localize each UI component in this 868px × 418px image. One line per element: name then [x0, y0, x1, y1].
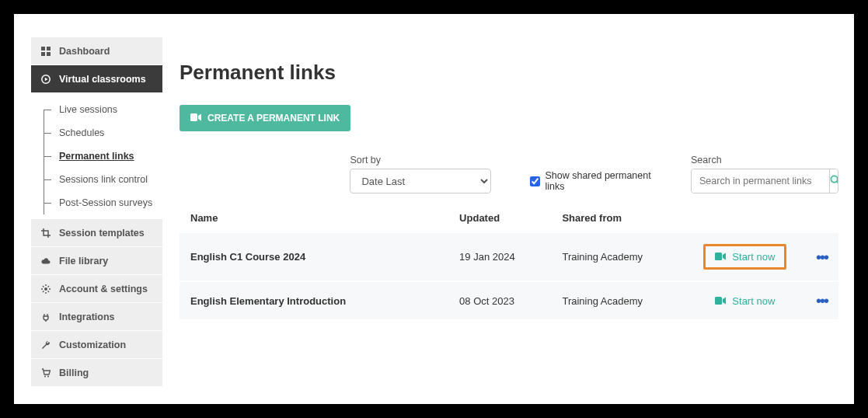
- play-circle-icon: [40, 75, 51, 84]
- wrench-icon: [40, 340, 51, 350]
- svg-line-12: [837, 182, 838, 184]
- video-icon: [715, 295, 726, 307]
- row-menu-button[interactable]: •••: [816, 292, 828, 309]
- sidebar-item-file-library[interactable]: File library: [31, 247, 162, 275]
- sidebar-sub-live-sessions[interactable]: Live sessions: [44, 98, 162, 121]
- sidebar-item-billing[interactable]: Billing: [31, 359, 162, 387]
- sidebar-item-account-settings[interactable]: Account & settings: [31, 275, 162, 303]
- search-button[interactable]: [829, 169, 838, 193]
- col-header-name: Name: [180, 204, 448, 232]
- sidebar-sub-permanent-links[interactable]: Permanent links: [44, 145, 162, 168]
- plug-icon: [40, 312, 51, 322]
- svg-marker-14: [723, 253, 726, 260]
- svg-point-6: [44, 287, 47, 291]
- search-box: [691, 169, 838, 193]
- links-table: Name Updated Shared from English C1 Cour…: [180, 204, 838, 319]
- show-shared-label: Show shared permanent links: [545, 170, 660, 192]
- sidebar-item-label: Virtual classrooms: [59, 74, 146, 85]
- svg-rect-1: [47, 47, 51, 51]
- sidebar-sub-sessions-link-control[interactable]: Sessions link control: [44, 168, 162, 191]
- svg-rect-15: [715, 297, 722, 305]
- show-shared-group: Show shared permanent links: [530, 169, 660, 193]
- sidebar-subnav: Live sessions Schedules Permanent links …: [31, 93, 162, 219]
- controls-row: Sort by Date Last Show shared permanent …: [180, 155, 838, 193]
- svg-point-8: [47, 375, 49, 377]
- show-shared-checkbox[interactable]: [530, 176, 540, 186]
- cell-shared: Training Academy: [551, 232, 685, 281]
- svg-point-11: [831, 176, 837, 182]
- sidebar-item-session-templates[interactable]: Session templates: [31, 219, 162, 247]
- svg-rect-2: [41, 52, 45, 56]
- start-now-label: Start now: [732, 295, 775, 307]
- cell-updated: 08 Oct 2023: [448, 281, 551, 319]
- sidebar-item-customization[interactable]: Customization: [31, 331, 162, 359]
- sidebar-item-virtual-classrooms[interactable]: Virtual classrooms: [31, 65, 162, 93]
- sidebar-item-label: Integrations: [59, 312, 115, 322]
- start-now-button[interactable]: Start now: [703, 244, 786, 270]
- svg-rect-3: [47, 52, 51, 56]
- search-label: Search: [691, 155, 838, 165]
- page-title: Permanent links: [180, 61, 838, 85]
- search-group: Search: [691, 155, 838, 193]
- cell-name: English C1 Course 2024: [180, 232, 448, 281]
- gear-icon: [40, 284, 51, 294]
- create-permanent-link-button[interactable]: CREATE A PERMANENT LINK: [180, 105, 350, 131]
- sidebar-item-label: Customization: [59, 340, 126, 350]
- cart-icon: [40, 368, 51, 378]
- svg-rect-13: [715, 253, 722, 260]
- svg-rect-9: [190, 113, 197, 121]
- row-menu-button[interactable]: •••: [816, 249, 828, 266]
- cell-updated: 19 Jan 2024: [448, 232, 551, 281]
- svg-point-7: [44, 375, 46, 377]
- cell-name: English Elementary Introduction: [180, 281, 448, 319]
- create-button-label: CREATE A PERMANENT LINK: [207, 113, 340, 124]
- sidebar-item-label: Session templates: [59, 228, 145, 239]
- main-content: Permanent links CREATE A PERMANENT LINK …: [162, 37, 838, 388]
- video-icon: [190, 113, 201, 124]
- table-row: English Elementary Introduction 08 Oct 2…: [180, 281, 838, 319]
- start-now-button[interactable]: Start now: [715, 295, 775, 307]
- sidebar-item-label: File library: [59, 256, 108, 266]
- cloud-icon: [40, 256, 51, 266]
- svg-marker-16: [723, 297, 726, 304]
- svg-rect-0: [41, 47, 45, 51]
- table-row: English C1 Course 2024 19 Jan 2024 Train…: [180, 232, 838, 281]
- grid-icon: [40, 47, 51, 56]
- col-header-updated: Updated: [448, 204, 551, 232]
- sidebar-sub-post-session-surveys[interactable]: Post-Session surveys: [44, 191, 162, 214]
- col-header-shared: Shared from: [551, 204, 685, 232]
- sort-group: Sort by Date Last: [350, 155, 491, 193]
- sidebar-item-label: Dashboard: [59, 46, 110, 57]
- start-now-label: Start now: [732, 251, 775, 263]
- sidebar-sub-schedules[interactable]: Schedules: [44, 121, 162, 145]
- sort-label: Sort by: [350, 155, 491, 165]
- search-input[interactable]: [692, 169, 829, 193]
- cell-shared: Training Academy: [551, 281, 685, 319]
- video-icon: [715, 251, 726, 263]
- svg-marker-10: [198, 114, 201, 121]
- sidebar-item-dashboard[interactable]: Dashboard: [31, 37, 162, 65]
- sidebar-item-label: Billing: [59, 367, 89, 378]
- sidebar-item-integrations[interactable]: Integrations: [31, 303, 162, 331]
- svg-marker-5: [45, 77, 48, 80]
- search-icon: [830, 175, 838, 187]
- sort-select[interactable]: Date Last: [350, 169, 491, 193]
- crop-icon: [40, 228, 51, 238]
- sidebar: Dashboard Virtual classrooms Live sessio…: [31, 37, 162, 388]
- sidebar-item-label: Account & settings: [59, 284, 148, 294]
